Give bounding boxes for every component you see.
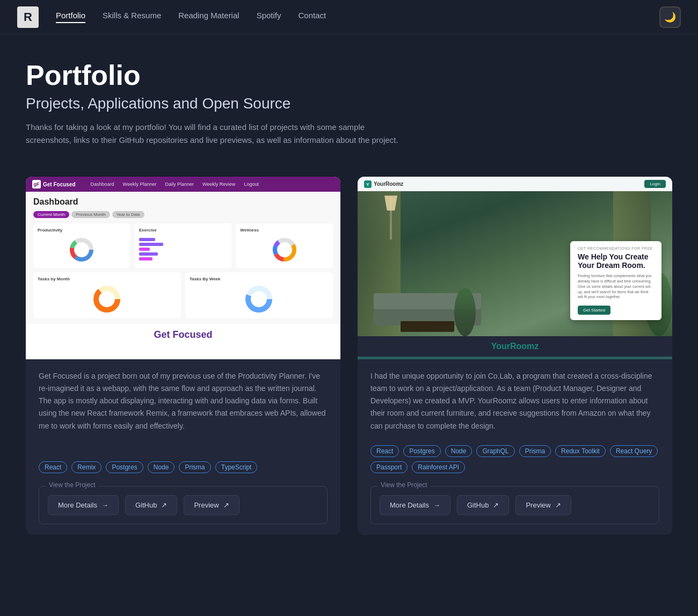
yr-topbar: Y YourRoomz Login <box>358 177 672 191</box>
get-focused-more-details-button[interactable]: More Details → <box>48 495 119 515</box>
yr-get-started-button: Get Started <box>578 306 610 315</box>
yourroomz-github-button[interactable]: GitHub ↗ <box>457 495 509 515</box>
gf-charts-row1: Productivity Exercis <box>33 223 333 268</box>
tag-react: React <box>370 445 399 457</box>
tag-redux-toolkit: Redux Toolkit <box>555 445 606 457</box>
yr-coffee-table <box>401 321 454 332</box>
project-screenshot-yourroomz: Y YourRoomz Login <box>358 177 672 359</box>
yr-room-image: GET RECOMMENDATIONS FOR FREE We Help You… <box>358 191 672 336</box>
gf-logo: gF Get Focused <box>32 180 76 189</box>
gf-chart-tasks-month: Tasks by Month <box>33 272 181 318</box>
get-focused-body: Get Focused is a project born out of my … <box>26 359 340 534</box>
gf-chart-productivity: Productivity <box>33 223 130 268</box>
gf-chart-wellness: Wellness <box>236 223 333 268</box>
tag-node: Node <box>148 461 175 473</box>
hero-subtitle: Projects, Applications and Open Source <box>26 95 672 112</box>
gf-nav-logout: Logout <box>244 182 259 187</box>
tag-postgres: Postgres <box>403 445 440 457</box>
get-focused-preview-button[interactable]: Preview ↗ <box>184 495 239 515</box>
external-link-icon: ↗ <box>493 501 499 509</box>
gf-pill-current: Current Month <box>33 211 69 218</box>
gf-nav-review: Weekly Review <box>202 182 235 187</box>
gf-footer-brand: Get Focused <box>26 324 340 346</box>
tag-rainforest-api: Rainforest API <box>412 461 465 473</box>
gf-chart-exercise: Exercise <box>135 223 232 268</box>
yourroomz-description: I had the unique opportunity to join Co.… <box>370 370 659 432</box>
gf-filter-pills: Current Month Previous Month Year to Dat… <box>33 211 333 218</box>
get-focused-links: View the Project More Details → GitHub ↗… <box>39 486 328 524</box>
tag-react: React <box>39 461 67 473</box>
gf-logo-icon: gF <box>32 180 41 189</box>
yr-recommendation-card: GET RECOMMENDATIONS FOR FREE We Help You… <box>570 241 661 321</box>
get-focused-links-label: View the Project <box>46 481 99 489</box>
yourroomz-tags: React Postgres Node GraphQL Prisma Redux… <box>370 445 659 473</box>
gf-topbar: gF Get Focused Dashboard Weekly Planner … <box>26 177 340 192</box>
yourroomz-preview-button[interactable]: Preview ↗ <box>515 495 571 515</box>
gf-dashboard-title: Dashboard <box>33 197 333 207</box>
nav-reading-material[interactable]: Reading Material <box>178 11 239 23</box>
gf-pill-year: Year to Date <box>112 211 144 218</box>
site-logo: R <box>17 6 39 28</box>
gf-mock-screenshot: gF Get Focused Dashboard Weekly Planner … <box>26 177 340 359</box>
nav-skills-resume[interactable]: Skills & Resume <box>103 11 161 23</box>
project-card-get-focused: gF Get Focused Dashboard Weekly Planner … <box>26 177 340 534</box>
wellness-donut <box>271 236 299 264</box>
page-title: Portfolio <box>26 60 672 91</box>
gf-charts-row2: Tasks by Month Tasks By Week <box>33 272 333 318</box>
gf-pill-previous: Previous Month <box>71 211 110 218</box>
nav-contact[interactable]: Contact <box>299 11 326 23</box>
productivity-donut <box>68 236 96 264</box>
navbar: R Portfolio Skills & Resume Reading Mate… <box>0 0 698 34</box>
yr-logo: Y YourRoomz <box>364 180 403 188</box>
nav-links: Portfolio Skills & Resume Reading Materi… <box>56 11 659 23</box>
get-focused-tags: React Remix Postgres Node Prisma TypeScr… <box>39 461 328 473</box>
external-link-icon: ↗ <box>555 501 561 509</box>
tag-passport: Passport <box>370 461 408 473</box>
projects-grid: gF Get Focused Dashboard Weekly Planner … <box>0 164 698 560</box>
external-link-icon: ↗ <box>161 501 167 509</box>
hero-description: Thanks for taking a look at my portfolio… <box>26 121 412 147</box>
arrow-right-icon: → <box>101 501 108 509</box>
tasks-week-donut <box>244 285 274 314</box>
yr-mock-screenshot: Y YourRoomz Login <box>358 177 672 359</box>
tag-react-query: React Query <box>610 445 658 457</box>
get-focused-github-button[interactable]: GitHub ↗ <box>125 495 177 515</box>
yourroomz-body: I had the unique opportunity to join Co.… <box>358 359 672 534</box>
tag-graphql: GraphQL <box>476 445 514 457</box>
svg-text:Y: Y <box>366 182 369 187</box>
tag-prisma: Prisma <box>179 461 210 473</box>
gf-nav-daily: Daily Planner <box>165 182 194 187</box>
theme-toggle-button[interactable]: 🌙 <box>659 6 681 28</box>
yourroomz-link-buttons: More Details → GitHub ↗ Preview ↗ <box>380 495 650 515</box>
yr-footer-brand: YourRoomz <box>358 336 672 357</box>
tasks-month-donut <box>92 285 122 314</box>
gf-chart-tasks-week: Tasks By Week <box>185 272 333 318</box>
yourroomz-more-details-button[interactable]: More Details → <box>380 495 450 515</box>
yourroomz-links: View the Project More Details → GitHub ↗… <box>370 486 659 524</box>
gf-nav-dashboard: Dashboard <box>91 182 114 187</box>
arrow-right-icon: → <box>433 501 440 509</box>
tag-remix: Remix <box>71 461 101 473</box>
yr-login-button: Login <box>644 180 666 188</box>
external-link-icon: ↗ <box>223 501 229 509</box>
nav-spotify[interactable]: Spotify <box>257 11 281 23</box>
hero-section: Portfolio Projects, Applications and Ope… <box>0 34 698 164</box>
nav-portfolio[interactable]: Portfolio <box>56 11 85 23</box>
tag-node: Node <box>445 445 472 457</box>
get-focused-description: Get Focused is a project born out of my … <box>39 370 328 448</box>
project-card-yourroomz: Y YourRoomz Login <box>358 177 672 534</box>
tag-prisma: Prisma <box>519 445 551 457</box>
project-screenshot-get-focused: gF Get Focused Dashboard Weekly Planner … <box>26 177 340 359</box>
yourroomz-links-label: View the Project <box>377 481 431 489</box>
get-focused-link-buttons: More Details → GitHub ↗ Preview ↗ <box>48 495 318 515</box>
tag-postgres: Postgres <box>106 461 143 473</box>
gf-nav-weekly: Weekly Planner <box>123 182 157 187</box>
tag-typescript: TypeScript <box>215 461 258 473</box>
gf-content: Dashboard Current Month Previous Month Y… <box>26 192 340 324</box>
yr-logo-icon: Y <box>364 180 372 188</box>
